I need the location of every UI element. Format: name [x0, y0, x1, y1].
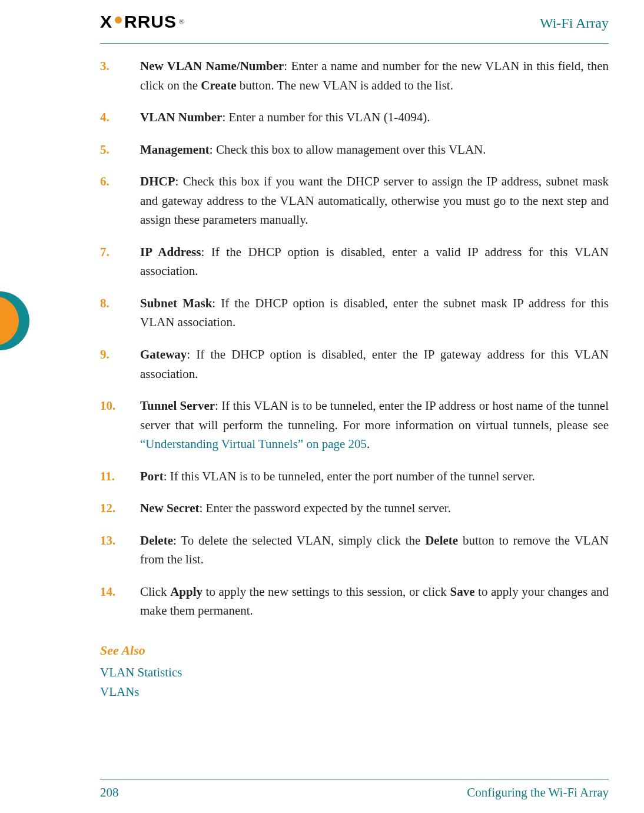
- step-text: : Enter a number for this VLAN (1-4094).: [222, 110, 430, 124]
- step-number: 9.: [100, 345, 128, 364]
- step-number: 6.: [100, 172, 128, 191]
- step-term: VLAN Number: [140, 110, 222, 124]
- step-13: 13. Delete: To delete the selected VLAN,…: [100, 531, 609, 569]
- side-tab-icon: [0, 288, 29, 353]
- step-term: Port: [140, 469, 164, 483]
- cross-reference-link[interactable]: “Understanding Virtual Tunnels” on page …: [140, 437, 367, 451]
- step-term: IP Address: [140, 245, 201, 259]
- see-also-link[interactable]: VLANs: [100, 682, 609, 702]
- step-number: 13.: [100, 531, 128, 550]
- step-number: 7.: [100, 243, 128, 262]
- step-number: 4.: [100, 108, 128, 127]
- step-number: 12.: [100, 499, 128, 518]
- footer-row: 208 Configuring the Wi-Fi Array: [100, 785, 609, 800]
- step-text: to apply the new settings to this sessio…: [203, 585, 450, 599]
- step-9: 9. Gateway: If the DHCP option is disabl…: [100, 345, 609, 383]
- logo-text-right: RRUS: [124, 12, 177, 32]
- step-6: 6. DHCP: Check this box if you want the …: [100, 172, 609, 230]
- step-term: Delete: [140, 533, 173, 547]
- inline-bold: Create: [201, 78, 236, 92]
- step-text: : If this VLAN is to be tunneled, enter …: [164, 469, 535, 483]
- step-3: 3. New VLAN Name/Number: Enter a name an…: [100, 57, 609, 95]
- xirrus-logo: XRRUS®: [100, 12, 185, 32]
- step-text: : Check this box if you want the DHCP se…: [140, 174, 609, 227]
- page-number: 208: [100, 785, 119, 800]
- step-term: DHCP: [140, 174, 175, 188]
- step-number: 5.: [100, 140, 128, 160]
- step-text: : If the DHCP option is disabled, enter …: [140, 245, 609, 278]
- step-term: Subnet Mask: [140, 296, 212, 310]
- step-5: 5. Management: Check this box to allow m…: [100, 140, 609, 160]
- step-11: 11. Port: If this VLAN is to be tunneled…: [100, 467, 609, 486]
- step-14: 14. Click Apply to apply the new setting…: [100, 582, 609, 620]
- inline-bold: Delete: [425, 533, 458, 547]
- step-text: : Enter the password expected by the tun…: [199, 501, 450, 515]
- page: XRRUS® Wi-Fi Array 3. New VLAN Name/Numb…: [0, 0, 644, 813]
- step-term: New Secret: [140, 501, 199, 515]
- footer-rule: [100, 779, 609, 779]
- step-number: 8.: [100, 294, 128, 313]
- step-term: Management: [140, 142, 210, 157]
- header-title: Wi-Fi Array: [540, 15, 609, 31]
- step-term: New VLAN Name/Number: [140, 59, 284, 73]
- logo-trademark: ®: [179, 18, 185, 26]
- see-also-link[interactable]: VLAN Statistics: [100, 663, 609, 682]
- step-number: 11.: [100, 467, 128, 486]
- step-text: : If the DHCP option is disabled, enter …: [140, 347, 609, 381]
- header-rule: [100, 43, 609, 44]
- logo-dot-icon: [115, 16, 122, 24]
- step-10: 10. Tunnel Server: If this VLAN is to be…: [100, 396, 609, 454]
- logo-text-left: X: [100, 12, 112, 32]
- step-4: 4. VLAN Number: Enter a number for this …: [100, 108, 609, 127]
- inline-bold: Save: [450, 585, 474, 599]
- step-number: 3.: [100, 57, 128, 76]
- step-12: 12. New Secret: Enter the password expec…: [100, 499, 609, 518]
- step-text: : To delete the selected VLAN, simply cl…: [173, 533, 425, 547]
- steps-list: 3. New VLAN Name/Number: Enter a name an…: [100, 57, 609, 620]
- step-7: 7. IP Address: If the DHCP option is dis…: [100, 243, 609, 281]
- step-8: 8. Subnet Mask: If the DHCP option is di…: [100, 294, 609, 332]
- page-header: XRRUS® Wi-Fi Array: [100, 12, 609, 44]
- step-text: .: [367, 437, 370, 451]
- step-term: Gateway: [140, 347, 187, 361]
- step-text: Click: [140, 585, 170, 599]
- see-also-heading: See Also: [100, 641, 609, 661]
- step-term: Tunnel Server: [140, 399, 215, 413]
- see-also-block: See Also VLAN Statistics VLANs: [100, 641, 609, 701]
- footer-section-title: Configuring the Wi-Fi Array: [467, 785, 609, 800]
- page-footer: 208 Configuring the Wi-Fi Array: [100, 779, 609, 800]
- page-content: 3. New VLAN Name/Number: Enter a name an…: [100, 57, 609, 701]
- step-text: : Check this box to allow management ove…: [210, 142, 486, 157]
- step-number: 14.: [100, 582, 128, 602]
- inline-bold: Apply: [170, 585, 203, 599]
- step-number: 10.: [100, 396, 128, 416]
- step-text: button. The new VLAN is added to the lis…: [236, 78, 453, 92]
